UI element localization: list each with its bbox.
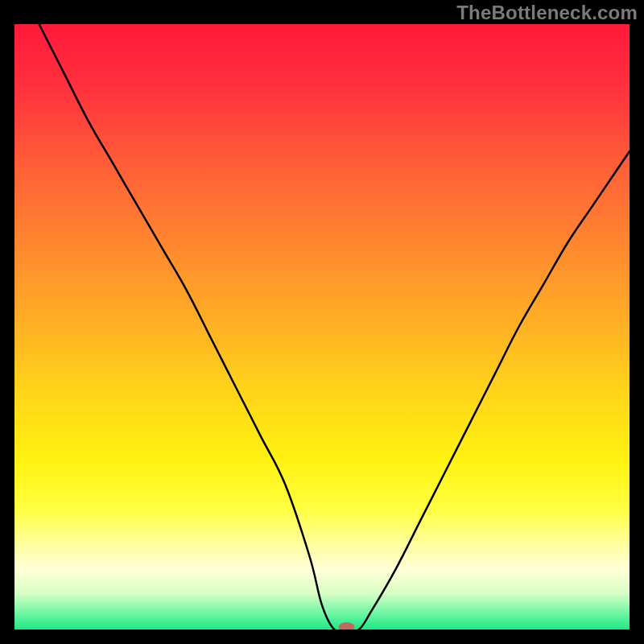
chart-plot-area (14, 24, 630, 630)
chart-frame: TheBottleneck.com (0, 0, 644, 644)
chart-svg (14, 24, 630, 630)
watermark-text: TheBottleneck.com (456, 2, 638, 24)
chart-background (14, 24, 630, 630)
